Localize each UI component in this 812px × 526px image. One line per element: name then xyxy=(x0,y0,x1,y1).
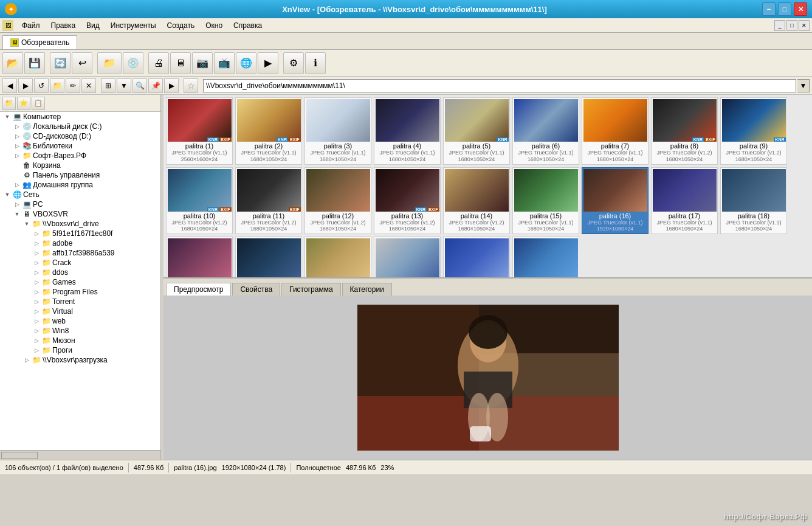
tree-item-games[interactable]: ▷ 📁 Games xyxy=(0,277,160,287)
nav-refresh-button[interactable]: ↺ xyxy=(34,78,49,93)
menu-view[interactable]: Вид xyxy=(81,20,105,31)
tree-item-adobe[interactable]: ▷ 📁 adobe xyxy=(0,238,160,248)
tb-floppy-button[interactable]: 💿 xyxy=(123,52,143,74)
nav-view-dropdown-button[interactable]: ▼ xyxy=(117,78,131,93)
thumb-item-13[interactable]: KNREXIFpalitra (13)JPEG TrueColor (v1.2)… xyxy=(374,167,441,235)
tb-back-button[interactable]: ↩ xyxy=(72,52,92,74)
nav-search-button[interactable]: 🔍 xyxy=(132,78,147,93)
thumb-item-4[interactable]: palitra (4)JPEG TrueColor (v1.1)1680×105… xyxy=(374,97,441,165)
thumb-item-3[interactable]: palitra (3)JPEG TrueColor (v1.1)1680×105… xyxy=(304,97,371,165)
address-dropdown-button[interactable]: ▼ xyxy=(797,79,810,92)
tree-item-computer[interactable]: ▼ 💻 Компьютер xyxy=(0,112,160,122)
tree-item-programfiles[interactable]: ▷ 📁 Program Files xyxy=(0,287,160,297)
tree-clipboard-button[interactable]: 📋 xyxy=(32,97,45,110)
tree-hscroll-thumb[interactable] xyxy=(1,452,38,459)
minimize-button[interactable]: − xyxy=(762,2,776,16)
menu-create[interactable]: Создать xyxy=(162,20,200,31)
tree-hscroll[interactable] xyxy=(0,450,160,460)
tb-save-button[interactable]: 💾 xyxy=(24,52,45,74)
thumb-item-19[interactable]: palitra (19)JPEG TrueColor (v1.1)1680×10… xyxy=(166,237,233,277)
tb-open-button[interactable]: 📂 xyxy=(2,52,23,74)
menu-help[interactable]: Справка xyxy=(229,20,267,31)
tree-item-ddos[interactable]: ▷ 📁 ddos xyxy=(0,268,160,277)
nav-pin-button[interactable]: 📌 xyxy=(148,78,163,93)
thumb-item-1[interactable]: KNREXIFpalitra (1)JPEG TrueColor (v1.1)2… xyxy=(166,97,233,165)
nav-play-button[interactable]: ▶ xyxy=(164,78,179,93)
tree-item-razgruzka[interactable]: ▷ 📁 \\Vboxsvr\разгрузка xyxy=(0,355,160,365)
nav-stop-button[interactable]: ✕ xyxy=(81,78,96,93)
thumb-item-17[interactable]: palitra (17)JPEG TrueColor (v1.1)1680×10… xyxy=(651,167,718,235)
nav-edit-button[interactable]: ✏ xyxy=(66,78,80,93)
thumb-item-23[interactable]: palitra (23)JPEG TrueColor (v1.1)1680×10… xyxy=(443,237,510,277)
tb-globe-button[interactable]: 🌐 xyxy=(236,52,256,74)
preview-tab-preview[interactable]: Предпросмотр xyxy=(166,283,231,296)
tb-folder-button[interactable]: 📁 xyxy=(97,52,122,74)
tb-slideshow-button[interactable]: ▶ xyxy=(258,52,278,74)
tb-monitor-button[interactable]: 📺 xyxy=(214,52,235,74)
thumb-item-5[interactable]: KNRpalitra (5)JPEG TrueColor (v1.1)1680×… xyxy=(443,97,510,165)
nav-folder-button[interactable]: 📁 xyxy=(50,78,64,93)
tree-item-virtual[interactable]: ▷ 📁 Virtual xyxy=(0,306,160,316)
tree-item-control[interactable]: ⚙ Панель управления xyxy=(0,170,160,180)
tree-item-muzon[interactable]: ▷ 📁 Мюзон xyxy=(0,336,160,345)
preview-tab-histogram[interactable]: Гистограмма xyxy=(281,283,340,296)
thumb-item-21[interactable]: palitra (21)JPEG TrueColor (v1.1)1680×10… xyxy=(304,237,371,277)
tb-screen-button[interactable]: 🖥 xyxy=(170,52,191,74)
thumb-item-2[interactable]: KNREXIFpalitra (2)JPEG TrueColor (v1.1)1… xyxy=(235,97,302,165)
tree-item-homegroup[interactable]: ▷ 👥 Домашняя группа xyxy=(0,180,160,190)
thumb-item-6[interactable]: palitra (6)JPEG TrueColor (v1.1)1680×105… xyxy=(512,97,579,165)
thumb-item-18[interactable]: palitra (18)JPEG TrueColor (v1.1)1680×10… xyxy=(720,167,787,235)
menu-edit[interactable]: Правка xyxy=(46,20,81,31)
nav-back-button[interactable]: ◀ xyxy=(2,78,17,93)
tree-item-torrent[interactable]: ▷ 📁 Torrent xyxy=(0,297,160,306)
tb-refresh-button[interactable]: 🔄 xyxy=(50,52,71,74)
preview-tab-properties[interactable]: Свойства xyxy=(232,283,280,296)
tb-print-button[interactable]: 🖨 xyxy=(148,52,169,74)
preview-tab-categories[interactable]: Категории xyxy=(342,283,392,296)
close-button[interactable]: ✕ xyxy=(794,2,807,16)
thumb-item-24[interactable]: palitra (24)JPEG TrueColor (v1.1)1680×10… xyxy=(512,237,579,277)
thumb-item-16[interactable]: palitra (16)JPEG TrueColor (v1.1)1920×10… xyxy=(582,167,649,235)
thumb-item-10[interactable]: KNREXIFpalitra (10)JPEG TrueColor (v1.2)… xyxy=(166,167,233,235)
tree-item-win8[interactable]: ▷ 📁 Win8 xyxy=(0,326,160,336)
tree-item-network[interactable]: ▼ 🌐 Сеть xyxy=(0,190,160,199)
menu-tools[interactable]: Инструменты xyxy=(106,20,161,31)
tree-item-hash2[interactable]: ▷ 📁 affb17cf39886a539 xyxy=(0,248,160,258)
thumb-item-20[interactable]: palitra (20)JPEG TrueColor (v1.1)1680×10… xyxy=(235,237,302,277)
thumb-item-7[interactable]: palitra (7)JPEG TrueColor (v1.1)1680×105… xyxy=(582,97,649,165)
thumb-item-12[interactable]: palitra (12)JPEG TrueColor (v1.2)1680×10… xyxy=(304,167,371,235)
tree-favorites-button[interactable]: ⭐ xyxy=(17,97,30,110)
thumb-item-9[interactable]: KNRpalitra (9)JPEG TrueColor (v1.2)1680×… xyxy=(720,97,787,165)
thumb-item-11[interactable]: EXIFpalitra (11)JPEG TrueColor (v1.2)168… xyxy=(235,167,302,235)
tree-item-web[interactable]: ▷ 📁 web xyxy=(0,316,160,326)
tree-item-hash1[interactable]: ▷ 📁 5f91e1f167f1ec80f xyxy=(0,229,160,238)
tree-item-pc[interactable]: ▷ 💻 PC xyxy=(0,199,160,209)
tab-browser[interactable]: 🖼 Обозреватель xyxy=(2,35,77,49)
menubar-btn-1[interactable]: _ xyxy=(774,20,785,31)
tree-item-softvar[interactable]: ▷ 📁 Софт-Варез.РФ xyxy=(0,151,160,161)
tree-item-crack[interactable]: ▷ 📁 Crack xyxy=(0,258,160,268)
menubar-btn-2[interactable]: □ xyxy=(786,20,797,31)
tree-folder-button[interactable]: 📁 xyxy=(2,97,16,110)
menu-window[interactable]: Окно xyxy=(201,20,227,31)
tb-settings-button[interactable]: ⚙ xyxy=(283,52,304,74)
tree-item-c-drive[interactable]: ▷ 💿 Локальный диск (С:) xyxy=(0,122,160,131)
menu-file[interactable]: Файл xyxy=(17,20,45,31)
nav-star-button[interactable]: ☆ xyxy=(184,78,198,93)
tree-item-ddrive[interactable]: ▼ 📁 \\Vboxsvr\d_drive xyxy=(0,219,160,229)
maximize-button[interactable]: □ xyxy=(778,2,791,16)
tb-capture-button[interactable]: 📷 xyxy=(192,52,213,74)
tree-item-progi[interactable]: ▷ 📁 Проги xyxy=(0,345,160,355)
tree-item-vboxsvr[interactable]: ▼ 🖥 VBOXSVR xyxy=(0,209,160,219)
tb-info-button[interactable]: ℹ xyxy=(305,52,326,74)
menubar-btn-3[interactable]: ✕ xyxy=(799,20,810,31)
thumb-item-15[interactable]: palitra (15)JPEG TrueColor (v1.1)1680×10… xyxy=(512,167,579,235)
nav-grid-button[interactable]: ⊞ xyxy=(101,78,115,93)
tree-item-libraries[interactable]: ▷ 📚 Библиотеки xyxy=(0,141,160,151)
tree-item-d-drive[interactable]: ▷ 💿 CD-дисковод (D:) xyxy=(0,131,160,141)
nav-forward-button[interactable]: ▶ xyxy=(18,78,33,93)
thumb-item-8[interactable]: KNREXIFpalitra (8)JPEG TrueColor (v1.2)1… xyxy=(651,97,718,165)
thumb-item-14[interactable]: palitra (14)JPEG TrueColor (v1.2)1680×10… xyxy=(443,167,510,235)
thumb-item-22[interactable]: palitra (22)JPEG TrueColor (v1.1)1680×10… xyxy=(374,237,441,277)
tree-item-trash[interactable]: 🗑 Корзина xyxy=(0,161,160,170)
